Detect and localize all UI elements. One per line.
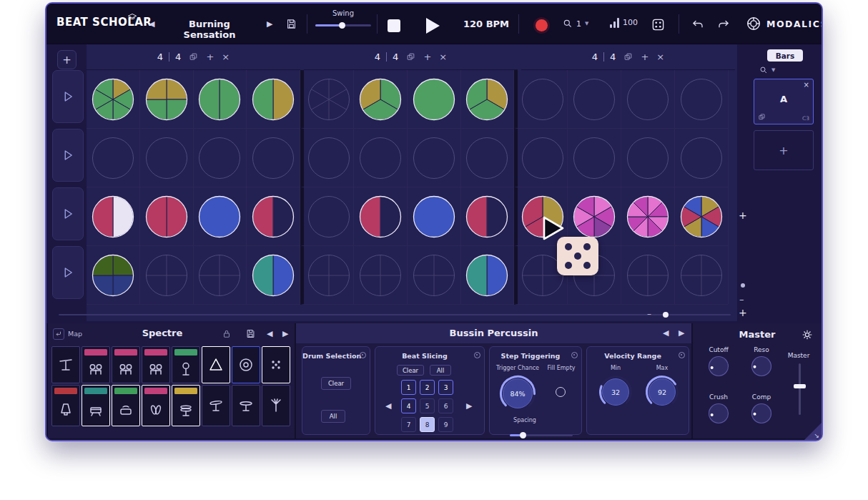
beat-cell-r2-c12[interactable]: [675, 129, 729, 187]
beat-cell-r3-c8[interactable]: [461, 187, 515, 246]
prev-drum-button[interactable]: ◀: [663, 329, 669, 337]
swing-slider[interactable]: [315, 24, 371, 26]
next-preset-button[interactable]: ▶: [267, 20, 272, 28]
beat-cell-r4-c8[interactable]: [461, 246, 515, 305]
beat-cell-r4-c2[interactable]: [140, 246, 194, 305]
next-slice-button[interactable]: ▶: [466, 402, 472, 410]
add-bar-right-button[interactable]: +: [739, 210, 747, 221]
pattern-slot-a[interactable]: × A C3: [754, 79, 814, 124]
beat-cell-r2-c11[interactable]: [621, 129, 675, 187]
beat-cell-r1-c2[interactable]: [140, 70, 194, 129]
beat-cell-r1-c5[interactable]: [300, 70, 354, 129]
drum-pad-cymbal-stand[interactable]: [51, 346, 80, 383]
drum-pad-ride-cymbal[interactable]: [232, 385, 260, 426]
beat-cell-r3-c2[interactable]: [140, 187, 194, 246]
beat-cell-r3-c6[interactable]: [354, 187, 408, 246]
beat-cell-r2-c2[interactable]: [140, 129, 194, 187]
beat-cell-r3-c3[interactable]: [194, 187, 247, 246]
beat-cell-r1-c8[interactable]: [461, 70, 515, 129]
delete-bar-icon[interactable]: ×: [222, 52, 230, 62]
quantize-control[interactable]: 1 ▼: [563, 19, 588, 29]
drum-pad-snare-drum[interactable]: [82, 385, 110, 426]
add-bar-icon[interactable]: +: [423, 52, 431, 62]
beat-cell-r4-c6[interactable]: [354, 246, 408, 305]
slice-count-6[interactable]: 6: [438, 398, 453, 413]
master-volume-thumb[interactable]: [794, 384, 806, 388]
beat-cell-r1-c11[interactable]: [621, 70, 675, 129]
time-signature[interactable]: 44: [592, 52, 616, 62]
lock-icon[interactable]: [222, 328, 232, 339]
copy-bar-icon[interactable]: [406, 52, 415, 62]
swing-slider-thumb[interactable]: [339, 22, 345, 29]
trigger-chance-knob[interactable]: 84%: [498, 374, 537, 416]
delete-bar-icon[interactable]: ×: [439, 52, 447, 62]
drum-pad-drum-kit[interactable]: [82, 346, 110, 383]
drum-pad-triangle[interactable]: [202, 346, 230, 383]
save-kit-icon[interactable]: [245, 328, 256, 339]
row-play-button-4[interactable]: [52, 246, 84, 299]
beat-cell-r1-c3[interactable]: [194, 70, 247, 129]
row-play-button-3[interactable]: [52, 187, 84, 240]
next-kit-button[interactable]: ▶: [282, 330, 288, 338]
vertical-zoom-thumb[interactable]: [741, 283, 745, 288]
drum-pad-kick-drum[interactable]: [232, 346, 260, 383]
row-play-button-1[interactable]: [52, 70, 84, 123]
slice-count-8[interactable]: 8: [420, 417, 435, 432]
gear-icon[interactable]: [802, 329, 813, 340]
clear-slices-button[interactable]: Clear: [397, 365, 424, 376]
kit-title[interactable]: Spectre: [127, 328, 198, 338]
modalics-logo[interactable]: MODALICS: [746, 16, 823, 31]
beat-cell-r1-c7[interactable]: [408, 70, 461, 129]
spacing-slider-thumb[interactable]: [520, 432, 526, 438]
beat-cell-r2-c1[interactable]: [87, 129, 140, 187]
beat-cell-r3-c5[interactable]: [300, 187, 354, 246]
beat-cell-r2-c9[interactable]: [514, 129, 568, 187]
bpm-display[interactable]: 120 BPM: [460, 19, 513, 29]
drum-pad-shaker-dots[interactable]: [262, 346, 290, 383]
slice-count-4[interactable]: 4: [401, 398, 416, 413]
beat-cell-r3-c4[interactable]: [247, 187, 300, 246]
beat-cell-r1-c1[interactable]: [87, 70, 140, 129]
drum-pad-crash-cymbal[interactable]: [202, 385, 230, 426]
time-signature[interactable]: 44: [375, 52, 399, 62]
map-label[interactable]: Map: [68, 330, 82, 338]
beat-cell-r4-c7[interactable]: [408, 246, 461, 305]
beat-cell-r3-c7[interactable]: [408, 187, 461, 246]
master-volume-slider[interactable]: [799, 363, 801, 415]
copy-bar-icon[interactable]: [623, 52, 633, 62]
copy-pattern-icon[interactable]: [758, 113, 766, 121]
beat-cell-r2-c4[interactable]: [247, 129, 300, 187]
copy-bar-icon[interactable]: [189, 52, 198, 62]
row-play-button-2[interactable]: [52, 129, 84, 182]
beat-cell-r4-c11[interactable]: [621, 246, 675, 305]
randomize-dice-button[interactable]: [651, 18, 665, 34]
chevron-down-icon[interactable]: ▼: [585, 21, 588, 26]
slice-count-9[interactable]: 9: [438, 417, 453, 432]
slice-count-7[interactable]: 7: [401, 417, 416, 432]
play-button[interactable]: [424, 16, 441, 38]
slice-count-5[interactable]: 5: [420, 398, 435, 413]
crush-knob[interactable]: [708, 403, 729, 427]
spacing-slider[interactable]: [510, 434, 573, 436]
delete-bar-icon[interactable]: ×: [656, 52, 664, 62]
slice-count-1[interactable]: 1: [401, 380, 416, 395]
time-signature[interactable]: 44: [157, 52, 182, 62]
record-button[interactable]: [536, 19, 548, 31]
beat-cell-r2-c8[interactable]: [461, 129, 515, 187]
drum-pad-drum-kit[interactable]: [112, 346, 140, 383]
drum-pad-e-pad[interactable]: [112, 385, 140, 426]
save-preset-button[interactable]: [285, 18, 297, 30]
beat-cell-r1-c9[interactable]: [514, 70, 568, 129]
velocity-range-toggle[interactable]: [679, 352, 685, 358]
velocity-meter-control[interactable]: 100: [610, 18, 638, 28]
map-collapse-button[interactable]: [53, 328, 64, 340]
beat-cell-r3-c11[interactable]: [621, 187, 675, 246]
drum-pad-brush[interactable]: [262, 385, 290, 426]
zoom-out-vertical-button[interactable]: –: [739, 294, 744, 305]
velocity-max-knob[interactable]: 92: [644, 374, 680, 413]
beat-cell-r2-c7[interactable]: [408, 129, 461, 187]
slice-count-3[interactable]: 3: [438, 380, 453, 395]
delete-pattern-icon[interactable]: ×: [804, 81, 809, 89]
beat-cell-r2-c10[interactable]: [568, 129, 621, 187]
beat-cell-r3-c12[interactable]: [675, 187, 729, 246]
